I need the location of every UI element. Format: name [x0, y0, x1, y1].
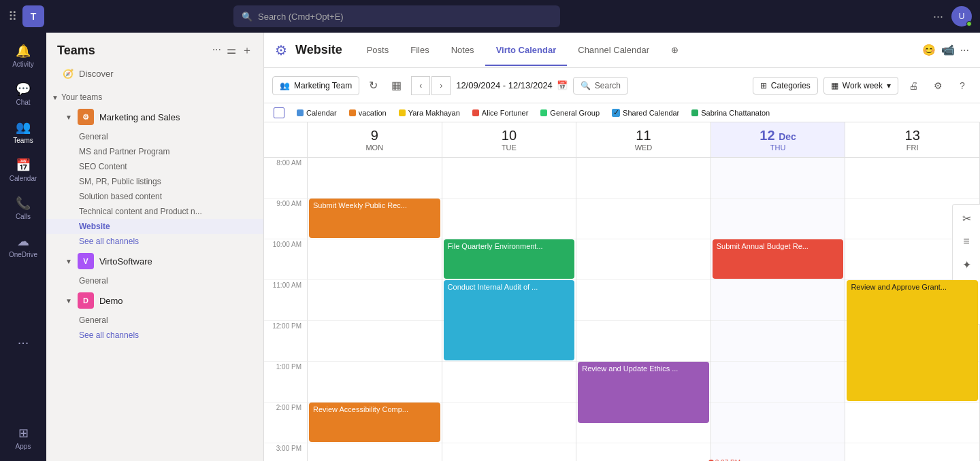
cell-tue-8[interactable]	[442, 158, 576, 199]
print-button[interactable]: 🖨	[904, 76, 923, 95]
next-period-button[interactable]: ›	[431, 76, 451, 95]
discover-button[interactable]: 🧭 Discover	[52, 63, 258, 84]
list-button[interactable]: ≡	[956, 230, 977, 252]
prev-period-button[interactable]: ‹	[411, 76, 430, 95]
cell-thu-13[interactable]	[711, 362, 845, 403]
calendar-chip-calendar[interactable]: Calendar	[293, 107, 341, 118]
cell-thu-14[interactable]	[711, 403, 845, 443]
grid-view-button[interactable]: ▦	[387, 75, 406, 96]
cell-mon-10[interactable]	[308, 239, 442, 280]
cell-tue-9[interactable]	[442, 199, 576, 239]
cell-tue-13[interactable]	[442, 362, 576, 403]
cell-wed-10[interactable]	[576, 239, 710, 280]
event-file-quarterly[interactable]: File Quarterly Environment...	[444, 239, 575, 279]
sidebar-item-onedrive[interactable]: ☁ OneDrive	[5, 228, 41, 264]
emoji-reaction-icon[interactable]: 😊	[922, 44, 936, 56]
channel-sm-pr[interactable]: SM, PR, Public listings	[46, 174, 263, 189]
video-icon[interactable]: 📹	[941, 44, 955, 56]
scissors-button[interactable]: ✂	[956, 207, 977, 229]
see-all-demo[interactable]: See all channels	[46, 328, 263, 343]
channel-solution[interactable]: Solution based content	[46, 189, 263, 204]
more-teams-icon[interactable]: ···	[212, 44, 221, 58]
event-conduct-audit[interactable]: Conduct Internal Audit of ...	[444, 280, 575, 360]
settings-button[interactable]: ⚙	[928, 76, 947, 95]
help-button[interactable]: ?	[953, 76, 972, 95]
tab-virto-calendar[interactable]: Virto Calendar	[485, 35, 568, 66]
cell-mon-13[interactable]	[308, 362, 442, 403]
filter-teams-icon[interactable]: ⚌	[227, 44, 236, 58]
categories-button[interactable]: ⊞ Categories	[753, 77, 818, 95]
channel-website[interactable]: Website	[46, 219, 263, 234]
sidebar-item-calls[interactable]: 📞 Calls	[5, 190, 41, 226]
cell-fri-8[interactable]	[845, 158, 979, 199]
cell-thu-9[interactable]	[711, 199, 845, 239]
cell-mon-11[interactable]	[308, 280, 442, 321]
marketing-team-button[interactable]: 👥 Marketing Team	[272, 76, 359, 95]
channel-technical[interactable]: Technical content and Product n...	[46, 204, 263, 219]
cell-wed-9[interactable]	[576, 199, 710, 239]
channel-seo[interactable]: SEO Content	[46, 159, 263, 174]
event-submit-weekly[interactable]: Submit Weekly Public Rec...	[309, 199, 440, 238]
tab-notes[interactable]: Notes	[440, 35, 485, 66]
user-avatar[interactable]: U	[951, 6, 972, 27]
tab-files[interactable]: Files	[399, 35, 440, 66]
cell-fri-15[interactable]	[845, 443, 979, 461]
more-options-icon[interactable]: ···	[933, 10, 943, 24]
calendar-chip-sabrina[interactable]: Sabrina Chattanaton	[687, 107, 774, 118]
tab-add[interactable]: ⊕	[660, 35, 689, 66]
cell-mon-12[interactable]	[308, 321, 442, 362]
calendar-chip-yara[interactable]: Yara Makhayan	[395, 107, 464, 118]
cell-thu-8[interactable]	[711, 158, 845, 199]
sidebar-item-calendar[interactable]: 📅 Calendar	[5, 152, 41, 188]
cell-thu-11[interactable]	[711, 280, 845, 321]
cell-tue-14[interactable]	[442, 403, 576, 443]
global-search[interactable]: 🔍 Search (Cmd+Opt+E)	[233, 5, 560, 27]
sidebar-item-activity[interactable]: 🔔 Activity	[5, 38, 41, 73]
view-select[interactable]: ▦ Work week ▾	[823, 77, 898, 95]
more-channel-options[interactable]: ···	[960, 44, 969, 56]
tab-posts[interactable]: Posts	[356, 35, 400, 66]
cell-thu-12[interactable]	[711, 321, 845, 362]
cell-fri-14[interactable]	[845, 403, 979, 443]
categories-icon: ⊞	[760, 81, 767, 90]
event-review-accessibility[interactable]: Review Accessibility Comp...	[309, 403, 440, 442]
calendar-chip-select[interactable]	[270, 106, 289, 120]
calendar-search[interactable]: 🔍 Search	[573, 77, 628, 95]
sidebar-more[interactable]: ···	[5, 331, 41, 353]
cell-mon-8[interactable]	[308, 158, 442, 199]
sidebar-item-chat[interactable]: 💬 Chat	[5, 76, 41, 112]
view-grid-icon: ▦	[831, 81, 838, 90]
event-submit-budget[interactable]: Submit Annual Budget Re...	[713, 239, 844, 279]
calendar-chip-general[interactable]: General Group	[536, 107, 604, 118]
calendar-chip-vacation[interactable]: vacation	[345, 107, 391, 118]
refresh-button[interactable]: ↻	[365, 75, 382, 96]
channel-general-virto[interactable]: General	[46, 273, 263, 288]
calendar-toolbar: 👥 Marketing Team ↻ ▦ ‹ › 12/09/2024 - 12…	[264, 68, 980, 103]
cell-mon-15[interactable]	[308, 443, 442, 461]
apps-grid-icon[interactable]: ⠿	[8, 9, 17, 24]
calendar-chip-alice[interactable]: Alice Fortuner	[468, 107, 532, 118]
sidebar-item-teams[interactable]: 👥 Teams	[5, 114, 41, 150]
event-review-ethics[interactable]: Review and Update Ethics ...	[578, 362, 709, 423]
cell-wed-12[interactable]	[576, 321, 710, 362]
calendar-chip-shared[interactable]: ✓ Shared Calendar	[608, 107, 683, 118]
channel-general-demo[interactable]: General	[46, 313, 263, 328]
your-teams-header[interactable]: ▼ Your teams	[46, 90, 263, 105]
cell-tue-15[interactable]	[442, 443, 576, 461]
tab-channel-calendar[interactable]: Channel Calendar	[567, 35, 660, 66]
team-item-virto[interactable]: ▼ V VirtoSoftware	[49, 249, 261, 273]
team-item-demo[interactable]: ▼ D Demo	[49, 288, 261, 313]
date-range[interactable]: 12/09/2024 - 12/13/2024 📅	[456, 80, 568, 90]
cell-wed-15[interactable]	[576, 443, 710, 461]
cell-wed-11[interactable]	[576, 280, 710, 321]
apps-icon: ⊞	[18, 426, 29, 441]
sparkle-button[interactable]: ✦	[956, 254, 977, 275]
sidebar-item-apps[interactable]: ⊞ Apps	[5, 420, 41, 456]
add-team-icon[interactable]: ＋	[242, 44, 252, 58]
see-all-marketing[interactable]: See all channels	[46, 234, 263, 249]
channel-general-marketing[interactable]: General	[46, 129, 263, 144]
event-approve-grant[interactable]: Review and Approve Grant...	[847, 280, 978, 401]
channel-ms-partner[interactable]: MS and Partner Program	[46, 144, 263, 159]
team-item-marketing[interactable]: ▼ ⚙ Marketing and Sales	[49, 105, 261, 129]
cell-wed-8[interactable]	[576, 158, 710, 199]
